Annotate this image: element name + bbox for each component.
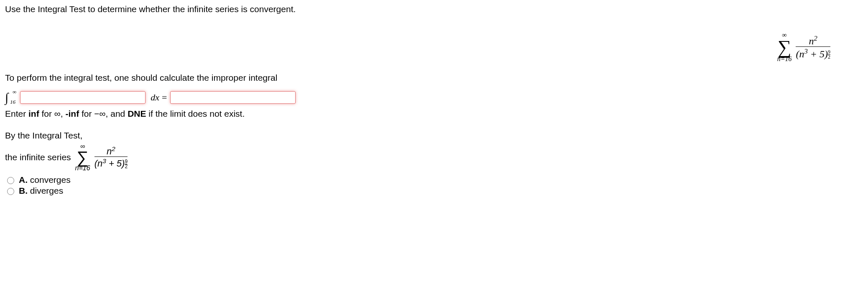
question-prompt: Use the Integral Test to determine wheth… <box>5 4 863 14</box>
option-a-row: A. converges <box>5 175 863 185</box>
series-display: ∞ ∑ n=16 n2 (n3 + 5)92 <box>777 29 830 62</box>
integrand-input[interactable] <box>20 91 146 104</box>
sum-lower: n=16 <box>777 56 792 62</box>
integral-icon: ∫ ∞ 16 <box>5 90 8 105</box>
option-b-row: B. diverges <box>5 186 863 196</box>
fraction-numerator-inline: n2 <box>107 146 115 157</box>
fraction-denominator: (n3 + 5)92 <box>796 46 830 59</box>
conclusion-intro: By the Integral Test, <box>5 131 863 141</box>
conclusion-prefix: the infinite series <box>5 152 71 162</box>
option-b-label: B. diverges <box>19 186 63 196</box>
fraction-numerator: n2 <box>809 35 817 46</box>
integral-lower: 16 <box>10 99 15 105</box>
integral-expression: ∫ ∞ 16 dx = <box>5 90 863 105</box>
option-a-label: A. converges <box>19 175 71 185</box>
option-b-radio[interactable] <box>7 188 14 195</box>
series-inline: ∞ ∑ n=16 n2 (n3 + 5)92 <box>75 143 128 172</box>
sigma-icon: ∑ <box>778 38 791 56</box>
answer-options: A. converges B. diverges <box>5 175 863 196</box>
conclusion-line: the infinite series ∞ ∑ n=16 n2 (n3 + 5)… <box>5 143 863 172</box>
option-a-radio[interactable] <box>7 177 14 184</box>
integral-upper: ∞ <box>13 89 16 95</box>
input-hint: Enter inf for ∞, -inf for −∞, and DNE if… <box>5 109 863 119</box>
sum-lower-inline: n=16 <box>75 165 90 172</box>
equals-label: = <box>162 92 167 103</box>
fraction-denominator-inline: (n3 + 5)92 <box>94 156 128 169</box>
dx-label: dx <box>151 92 159 103</box>
sigma-icon: ∑ <box>77 150 89 165</box>
result-input[interactable] <box>170 91 296 104</box>
perform-text: To perform the integral test, one should… <box>5 73 863 83</box>
